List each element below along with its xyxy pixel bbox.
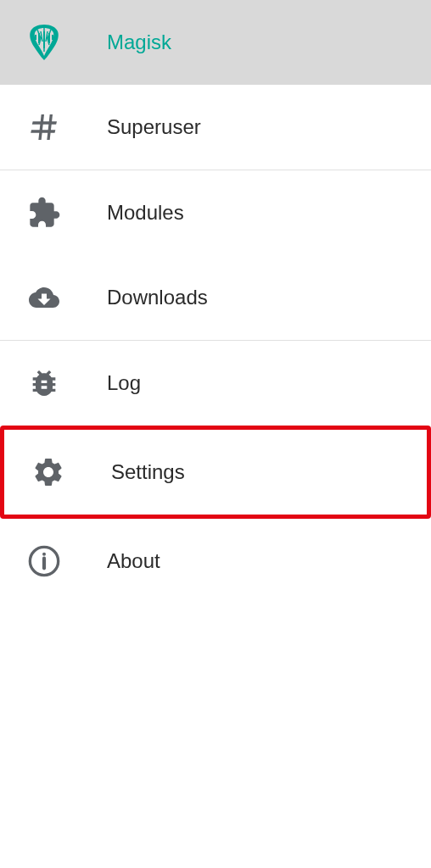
menu-item-label: Settings (111, 460, 185, 484)
gear-icon (30, 453, 67, 491)
menu-item-magisk[interactable]: Magisk (0, 0, 431, 85)
svg-point-2 (42, 553, 46, 556)
menu-item-label: Modules (107, 201, 184, 225)
hash-icon (25, 108, 63, 146)
magisk-logo-icon (25, 24, 63, 61)
bug-icon (25, 364, 63, 402)
menu-item-label: Superuser (107, 115, 201, 139)
menu-item-settings[interactable]: Settings (4, 430, 427, 515)
menu-item-label: Magisk (107, 31, 171, 54)
highlight-annotation: Settings (0, 426, 431, 519)
menu-item-modules[interactable]: Modules (0, 170, 431, 255)
menu-item-superuser[interactable]: Superuser (0, 85, 431, 170)
menu-item-label: Log (107, 371, 141, 395)
puzzle-icon (25, 194, 63, 231)
menu-item-log[interactable]: Log (0, 341, 431, 426)
nav-menu: Magisk Superuser Modules Downloads (0, 0, 431, 604)
menu-item-label: About (107, 549, 160, 573)
info-icon (25, 542, 63, 580)
menu-item-downloads[interactable]: Downloads (0, 255, 431, 340)
menu-item-about[interactable]: About (0, 519, 431, 604)
cloud-download-icon (25, 279, 63, 316)
menu-item-label: Downloads (107, 286, 208, 309)
